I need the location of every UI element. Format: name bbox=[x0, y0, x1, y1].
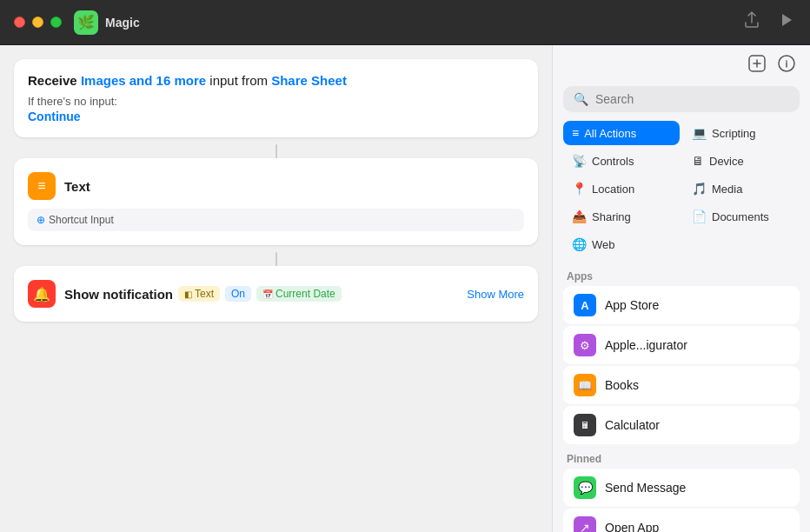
tab-web[interactable]: 🌐 Web bbox=[563, 232, 680, 256]
notification-card: 🔔 Show notification ◧ Text On 📅 Current … bbox=[14, 266, 538, 322]
action-open-app[interactable]: ↗ Open App bbox=[563, 509, 800, 532]
app-store-icon: A bbox=[574, 294, 596, 316]
controls-icon: 📡 bbox=[572, 154, 587, 168]
tab-documents[interactable]: 📄 Documents bbox=[683, 204, 800, 229]
text-card-icon: ≡ bbox=[28, 172, 56, 200]
receive-input-types[interactable]: Images and 16 more bbox=[81, 73, 206, 88]
send-message-label: Send Message bbox=[605, 481, 686, 495]
tab-location-label: Location bbox=[592, 183, 634, 196]
tab-documents-label: Documents bbox=[712, 210, 769, 223]
pinned-section-label: Pinned bbox=[563, 446, 800, 469]
connector-line bbox=[276, 144, 277, 158]
notification-icon: 🔔 bbox=[28, 280, 56, 308]
tab-media-label: Media bbox=[712, 183, 742, 196]
share-button[interactable] bbox=[740, 8, 763, 37]
calculator-icon: 🖩 bbox=[574, 414, 596, 436]
documents-icon: 📄 bbox=[692, 209, 707, 223]
tag-on[interactable]: On bbox=[225, 286, 251, 302]
apple-configurator-label: Apple...igurator bbox=[605, 338, 687, 352]
open-app-icon: ↗ bbox=[574, 516, 596, 532]
send-message-icon: 💬 bbox=[574, 476, 596, 499]
shortcut-input-label: Shortcut Input bbox=[49, 214, 114, 226]
tab-media[interactable]: 🎵 Media bbox=[683, 176, 800, 201]
text-card-title: Text bbox=[64, 179, 90, 194]
tab-sharing-label: Sharing bbox=[592, 210, 631, 223]
tab-controls[interactable]: 📡 Controls bbox=[563, 149, 680, 173]
device-icon: 🖥 bbox=[692, 154, 704, 168]
shortcut-icon: ⊕ bbox=[37, 214, 45, 226]
search-bar: 🔍 bbox=[563, 86, 800, 112]
notif-title: Show notification bbox=[64, 287, 173, 302]
action-send-message[interactable]: 💬 Send Message bbox=[563, 469, 800, 507]
main-layout: Receive Images and 16 more input from Sh… bbox=[0, 45, 810, 532]
tab-scripting[interactable]: 💻 Scripting bbox=[683, 121, 800, 145]
no-input-label: If there's no input: bbox=[28, 95, 524, 108]
right-panel: 🔍 ≡ All Actions 💻 Scripting 📡 Controls 🖥… bbox=[552, 45, 810, 532]
search-container: 🔍 bbox=[553, 86, 810, 121]
tab-device[interactable]: 🖥 Device bbox=[683, 149, 800, 173]
action-books[interactable]: 📖 Books bbox=[563, 366, 800, 404]
location-icon: 📍 bbox=[572, 182, 587, 196]
minimize-button[interactable] bbox=[32, 17, 43, 28]
action-apple-configurator[interactable]: ⚙ Apple...igurator bbox=[563, 326, 800, 364]
tab-scripting-label: Scripting bbox=[712, 127, 756, 140]
search-icon: 🔍 bbox=[574, 92, 588, 106]
tag-date[interactable]: 📅 Current Date bbox=[256, 286, 342, 302]
actions-list: Apps A App Store ⚙ Apple...igurator 📖 Bo… bbox=[553, 263, 810, 532]
receive-label: Receive bbox=[28, 73, 77, 88]
apple-configurator-icon: ⚙ bbox=[574, 334, 596, 356]
web-icon: 🌐 bbox=[572, 237, 587, 251]
tab-device-label: Device bbox=[709, 155, 744, 168]
app-icon: 🌿 bbox=[74, 10, 98, 35]
show-more-button[interactable]: Show More bbox=[467, 288, 524, 301]
play-button[interactable] bbox=[777, 10, 796, 35]
scripting-icon: 💻 bbox=[692, 126, 707, 140]
all-actions-icon: ≡ bbox=[572, 126, 579, 140]
info-button[interactable] bbox=[777, 54, 796, 77]
books-icon: 📖 bbox=[574, 374, 596, 396]
receive-from-label: input from bbox=[209, 73, 268, 88]
books-label: Books bbox=[605, 378, 639, 392]
app-title: Magic bbox=[105, 16, 740, 30]
connector-line-2 bbox=[276, 252, 277, 266]
tab-controls-label: Controls bbox=[592, 155, 634, 168]
traffic-lights bbox=[14, 17, 62, 28]
tab-all-actions[interactable]: ≡ All Actions bbox=[563, 121, 680, 145]
sharing-icon: 📤 bbox=[572, 209, 587, 223]
action-app-store[interactable]: A App Store bbox=[563, 286, 800, 324]
tag-text[interactable]: ◧ Text bbox=[178, 286, 220, 302]
close-button[interactable] bbox=[14, 17, 25, 28]
media-icon: 🎵 bbox=[692, 182, 707, 196]
shortcut-input-tag[interactable]: ⊕ Shortcut Input bbox=[28, 209, 524, 231]
category-tabs: ≡ All Actions 💻 Scripting 📡 Controls 🖥 D… bbox=[553, 121, 810, 263]
notif-content: Show notification ◧ Text On 📅 Current Da… bbox=[64, 286, 458, 302]
receive-source[interactable]: Share Sheet bbox=[271, 73, 347, 88]
calculator-label: Calculator bbox=[605, 418, 660, 432]
tab-sharing[interactable]: 📤 Sharing bbox=[563, 204, 680, 229]
tab-all-actions-label: All Actions bbox=[584, 127, 636, 140]
text-card: ≡ Text ⊕ Shortcut Input bbox=[14, 158, 538, 245]
app-store-label: App Store bbox=[605, 298, 659, 312]
apps-section-label: Apps bbox=[563, 263, 800, 286]
tab-location[interactable]: 📍 Location bbox=[563, 176, 680, 201]
continue-button[interactable]: Continue bbox=[28, 110, 524, 123]
search-input[interactable] bbox=[595, 92, 789, 106]
open-app-label: Open App bbox=[605, 521, 659, 532]
titlebar-actions bbox=[740, 8, 796, 37]
titlebar: 🌿 Magic bbox=[0, 0, 810, 45]
action-calculator[interactable]: 🖩 Calculator bbox=[563, 406, 800, 444]
maximize-button[interactable] bbox=[50, 17, 62, 28]
receive-card: Receive Images and 16 more input from Sh… bbox=[14, 59, 538, 137]
add-to-shortcuts-button[interactable] bbox=[747, 54, 767, 77]
right-header bbox=[553, 45, 810, 86]
tab-web-label: Web bbox=[592, 238, 615, 251]
left-panel: Receive Images and 16 more input from Sh… bbox=[0, 45, 552, 532]
